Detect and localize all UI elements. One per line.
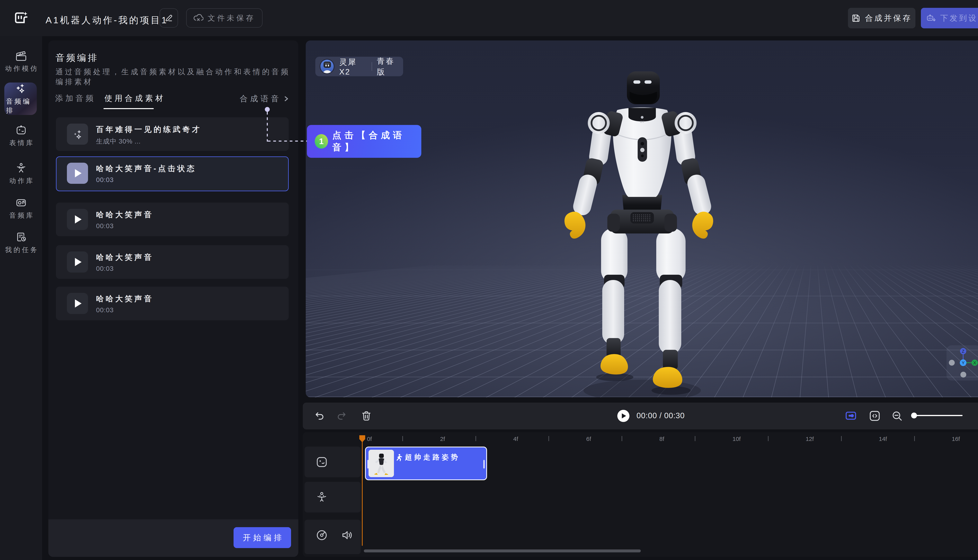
svg-text:Z: Z (962, 349, 964, 354)
svg-text:灵牢: 灵牢 (640, 121, 644, 123)
svg-text:X: X (973, 360, 976, 365)
svg-text:Y: Y (962, 360, 965, 365)
